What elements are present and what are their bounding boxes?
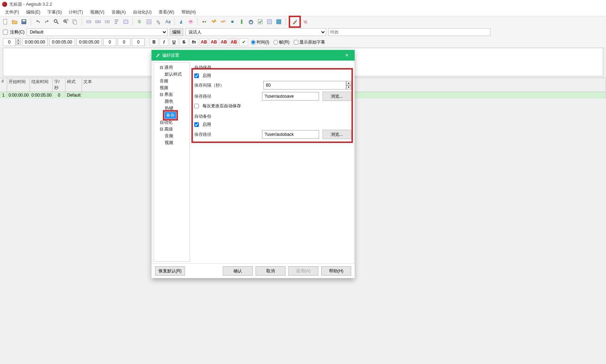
redo-icon[interactable]: [43, 18, 51, 26]
tree-adv-video[interactable]: 视频: [155, 139, 189, 146]
col-end[interactable]: 结束时间: [30, 78, 53, 92]
menu-edit[interactable]: 编辑(E): [22, 9, 44, 16]
cancel-button[interactable]: 取消: [256, 266, 286, 276]
menu-subtitle[interactable]: 字幕(S): [44, 9, 65, 16]
style-edit-button[interactable]: 编辑: [170, 28, 183, 36]
commit-button[interactable]: ✔: [240, 38, 248, 46]
menu-video[interactable]: 视频(V): [87, 9, 108, 16]
color4-button[interactable]: AB: [230, 38, 238, 46]
tree-interface[interactable]: ⊟ 界面: [155, 91, 189, 98]
time-radio-label[interactable]: 时间(I): [251, 39, 269, 45]
style-manager-icon[interactable]: S: [136, 18, 144, 26]
duration-input[interactable]: [76, 38, 102, 46]
assistant-icon[interactable]: [187, 18, 195, 26]
end-time-input[interactable]: [49, 38, 75, 46]
show-original-label[interactable]: 显示原始字幕: [294, 39, 325, 45]
tree-automation[interactable]: 自动化: [155, 119, 189, 126]
font-collector-icon[interactable]: Aa: [164, 18, 171, 26]
find-icon[interactable]: [52, 18, 60, 26]
strike-button[interactable]: S: [180, 38, 188, 46]
tree-backup-wrapper[interactable]: 备份: [155, 112, 189, 119]
tree-hotkeys[interactable]: 热键: [155, 105, 189, 112]
color1-button[interactable]: AB: [200, 38, 208, 46]
sort-icon[interactable]: [113, 18, 120, 26]
timing-1-icon[interactable]: [85, 18, 93, 26]
snap-icon[interactable]: [238, 18, 246, 26]
spectrum-1-icon[interactable]: [201, 18, 209, 26]
tree-video[interactable]: 视频: [155, 84, 189, 91]
properties-icon[interactable]: [145, 18, 153, 26]
col-start[interactable]: 开始时间: [7, 78, 30, 92]
tree-general[interactable]: ⊟ 通用: [155, 64, 189, 71]
show-original-checkbox[interactable]: [294, 40, 298, 45]
col-style[interactable]: 样式: [66, 78, 82, 92]
preferences-icon[interactable]: [291, 18, 299, 26]
margin-r-input[interactable]: [118, 38, 130, 46]
interval-spinner[interactable]: ▲▼: [346, 81, 351, 89]
menu-help[interactable]: 帮助(H): [178, 9, 200, 16]
interval-input[interactable]: [263, 81, 346, 89]
autobackup-enable-checkbox[interactable]: [194, 122, 199, 127]
dialog-close-button[interactable]: ✕: [343, 53, 351, 58]
bold-button[interactable]: B: [150, 38, 158, 46]
autobackup-browse-button[interactable]: 浏览...: [323, 130, 351, 139]
time-radio[interactable]: [251, 40, 256, 45]
save-file-icon[interactable]: [20, 18, 28, 26]
automation-icon[interactable]: [178, 18, 185, 26]
layer-spinner[interactable]: ▲▼: [16, 38, 21, 46]
actor-select[interactable]: 说话人: [185, 28, 326, 36]
tree-advanced[interactable]: ⊟ 高级: [155, 126, 189, 133]
restore-defaults-button[interactable]: 恢复默认(R): [155, 266, 185, 276]
dialog-titlebar[interactable]: 偏好设置 ✕: [152, 50, 355, 61]
menu-view[interactable]: 查看(W): [155, 9, 178, 16]
frame-radio[interactable]: [273, 40, 278, 45]
timer-icon[interactable]: [247, 18, 255, 26]
spectrum-3-icon[interactable]: [219, 18, 227, 26]
open-file-icon[interactable]: [11, 18, 19, 26]
checker-icon[interactable]: [256, 18, 264, 26]
apply-button[interactable]: 应用(A): [288, 266, 318, 276]
spectrum-2-icon[interactable]: [210, 18, 218, 26]
margin-v-input[interactable]: [132, 38, 145, 46]
autosave-enable-checkbox[interactable]: [194, 73, 199, 78]
frame-radio-label[interactable]: 帧(R): [273, 39, 289, 45]
autosave-path-input[interactable]: [262, 92, 319, 101]
col-cps[interactable]: 字/秒: [53, 78, 66, 92]
col-num[interactable]: #: [0, 78, 7, 92]
layer-input[interactable]: [3, 38, 16, 46]
attachments-icon[interactable]: [154, 18, 162, 26]
start-time-input[interactable]: [22, 38, 48, 46]
shift-times-icon[interactable]: [103, 18, 111, 26]
find-replace-icon[interactable]: [62, 18, 70, 26]
menu-automation[interactable]: 自动化(U): [129, 9, 155, 16]
style-select[interactable]: Default: [27, 28, 168, 36]
copy-icon[interactable]: [71, 18, 79, 26]
font-button[interactable]: fn: [190, 38, 198, 46]
color3-button[interactable]: AB: [220, 38, 228, 46]
comment-checkbox[interactable]: [3, 30, 8, 35]
timing-post-icon[interactable]: [122, 18, 130, 26]
tree-colors[interactable]: 颜色: [155, 98, 189, 105]
tree-backup[interactable]: 备份: [165, 112, 176, 119]
new-file-icon[interactable]: [1, 18, 9, 26]
help-button[interactable]: 帮助(H): [321, 266, 351, 276]
underline-button[interactable]: U: [170, 38, 178, 46]
tree-audio[interactable]: 音频: [155, 78, 189, 84]
menu-audio[interactable]: 音频(A): [108, 9, 129, 16]
save-on-change-checkbox[interactable]: [194, 104, 199, 108]
autobackup-path-input[interactable]: [262, 130, 319, 139]
color2-button[interactable]: AB: [210, 38, 218, 46]
menu-file[interactable]: 文件(F): [1, 9, 22, 16]
margin-l-input[interactable]: [103, 38, 116, 46]
keyframe-icon[interactable]: [228, 18, 236, 26]
tree-adv-audio[interactable]: 音频: [155, 133, 189, 139]
undo-icon[interactable]: [34, 18, 42, 26]
effect-input[interactable]: [328, 28, 491, 36]
tree-default-styles[interactable]: 默认样式: [155, 71, 189, 78]
menu-timing[interactable]: 计时(T): [65, 9, 86, 16]
timing-2-icon[interactable]: [94, 18, 102, 26]
ok-button[interactable]: 确认: [223, 266, 253, 276]
resampler-icon[interactable]: [266, 18, 273, 26]
tpp-icon[interactable]: [275, 18, 283, 26]
italic-button[interactable]: I: [160, 38, 168, 46]
